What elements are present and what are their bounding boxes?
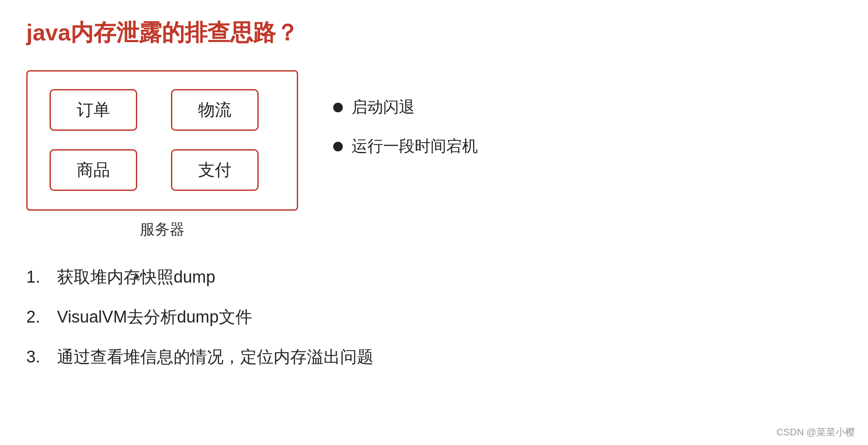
server-label: 服务器 [140,219,185,240]
numbered-text-0: 获取堆内存快照dump [57,266,215,288]
bullet-text-1: 运行一段时间宕机 [352,136,478,157]
bullet-dot-1 [333,142,343,151]
bullet-item-1: 运行一段时间宕机 [333,136,478,157]
bullets-section: 启动闪退 运行一段时间宕机 [333,70,478,157]
page-title: java内存泄露的排查思路？ [26,18,842,48]
diagram-section: 订单 物流 商品 支付 服务器 [26,70,298,240]
number-label-1: 2. [26,308,48,327]
service-goods: 商品 [50,149,137,191]
numbered-text-1: VisualVM去分析dump文件 [57,306,252,328]
numbered-item-0: 1. 获取堆内存快照dump [26,266,842,288]
bullet-text-0: 启动闪退 [352,97,415,118]
service-logistics: 物流 [171,89,259,131]
number-label-0: 1. [26,268,48,287]
watermark: CSDN @菜菜小樱 [776,426,855,439]
server-box: 订单 物流 商品 支付 [26,70,298,211]
numbered-text-2: 通过查看堆信息的情况，定位内存溢出问题 [57,346,374,368]
bullet-item-0: 启动闪退 [333,97,478,118]
service-payment: 支付 [171,149,259,191]
service-order: 订单 [50,89,137,131]
page-container: java内存泄露的排查思路？ 订单 物流 商品 支付 服务器 启动闪退 运行一段… [0,0,868,445]
numbered-item-1: 2. VisualVM去分析dump文件 [26,306,842,328]
numbered-list: 1. 获取堆内存快照dump 2. VisualVM去分析dump文件 3. 通… [26,266,842,368]
numbered-item-2: 3. 通过查看堆信息的情况，定位内存溢出问题 [26,346,842,368]
number-label-2: 3. [26,348,48,366]
content-area: 订单 物流 商品 支付 服务器 启动闪退 运行一段时间宕机 [26,70,842,240]
bullet-dot-0 [333,103,343,112]
